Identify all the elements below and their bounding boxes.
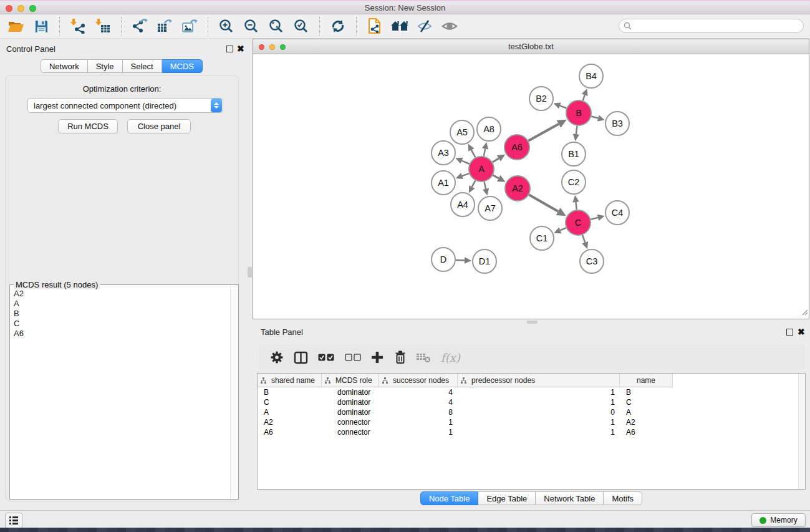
cell-name[interactable]: A6 <box>620 428 673 437</box>
hide-details-button[interactable] <box>412 16 437 37</box>
edge-A-A1[interactable] <box>462 173 469 176</box>
tab-motifs[interactable]: Motifs <box>604 491 642 505</box>
graph-node-A[interactable]: A <box>469 157 494 181</box>
cell-MCDS-role[interactable]: connector <box>322 428 379 437</box>
close-panel-icon[interactable]: ✖ <box>237 44 244 53</box>
graph-node-A1[interactable]: A1 <box>432 171 455 195</box>
cell-successor-nodes[interactable]: 4 <box>379 398 458 407</box>
run-mcds-button[interactable]: Run MCDS <box>58 119 118 133</box>
column-header-predecessor-nodes[interactable]: predecessor nodes <box>458 374 620 387</box>
table-scrollbar[interactable] <box>798 374 805 489</box>
delete-table-button[interactable] <box>416 352 431 363</box>
export-image-button[interactable] <box>177 16 202 37</box>
cell-successor-nodes[interactable]: 1 <box>379 428 458 437</box>
edge-A2-C[interactable] <box>529 195 558 211</box>
save-session-button[interactable] <box>29 16 54 37</box>
cell-name[interactable]: A <box>620 408 673 417</box>
graph-node-D1[interactable]: D1 <box>473 249 496 273</box>
result-scrollbar[interactable] <box>230 286 238 498</box>
search-input[interactable] <box>634 22 803 31</box>
result-item[interactable]: A <box>14 299 229 309</box>
select-all-button[interactable] <box>318 354 334 361</box>
import-network-button[interactable] <box>65 16 90 37</box>
table-close-panel-icon[interactable]: ✖ <box>798 327 805 336</box>
edge-A-A7[interactable] <box>485 181 486 188</box>
cell-predecessor-nodes[interactable]: 1 <box>458 418 620 427</box>
cell-MCDS-role[interactable]: dominator <box>322 388 379 397</box>
graph-node-B3[interactable]: B3 <box>605 112 629 135</box>
edge-C-C1[interactable] <box>560 228 566 230</box>
tab-network-table[interactable]: Network Table <box>536 491 604 505</box>
optimization-criterion-dropdown[interactable]: largest connected component (directed) <box>27 98 223 113</box>
table-float-panel-icon[interactable] <box>786 329 793 336</box>
edge-A6-B[interactable] <box>528 124 559 141</box>
table-row[interactable]: Cdominator41C <box>258 397 805 407</box>
graph-node-C1[interactable]: C1 <box>530 226 554 250</box>
table-row[interactable]: A2connector11A2 <box>258 417 805 427</box>
search-field[interactable] <box>619 19 804 33</box>
cell-predecessor-nodes[interactable]: 1 <box>458 428 620 437</box>
graph-node-C2[interactable]: C2 <box>562 170 586 194</box>
graph-node-B2[interactable]: B2 <box>529 87 553 110</box>
edge-B-B4[interactable] <box>583 95 585 100</box>
cell-MCDS-role[interactable]: connector <box>322 418 379 427</box>
graph-node-A4[interactable]: A4 <box>451 193 475 216</box>
delete-column-button[interactable] <box>394 351 407 364</box>
table-row[interactable]: Bdominator41B <box>258 387 805 397</box>
edge-C-C3[interactable] <box>582 235 585 243</box>
deselect-all-button[interactable] <box>345 354 361 361</box>
function-builder-button[interactable]: f(x) <box>441 351 460 364</box>
edge-A-A4[interactable] <box>472 181 475 187</box>
vertical-splitter-handle[interactable] <box>248 267 252 278</box>
graph-node-D[interactable]: D <box>432 248 455 271</box>
graph-node-C3[interactable]: C3 <box>580 249 604 273</box>
tab-select[interactable]: Select <box>123 59 162 73</box>
cell-successor-nodes[interactable]: 1 <box>379 418 458 427</box>
open-session-button[interactable] <box>4 16 29 37</box>
cell-name[interactable]: A2 <box>620 418 673 427</box>
export-network-button[interactable] <box>127 16 152 37</box>
tab-network[interactable]: Network <box>41 59 88 73</box>
graph-node-C[interactable]: C <box>566 210 591 235</box>
add-column-button[interactable] <box>371 351 383 364</box>
result-item[interactable]: C <box>14 319 229 329</box>
result-item[interactable]: B <box>14 309 229 319</box>
cell-name[interactable]: C <box>620 398 673 407</box>
column-header-successor-nodes[interactable]: successor nodes <box>379 374 458 387</box>
export-table-button[interactable] <box>152 16 177 37</box>
table-row[interactable]: A6connector11A6 <box>258 427 805 437</box>
column-header-MCDS-role[interactable]: MCDS role <box>322 374 379 387</box>
edge-C-C4[interactable] <box>591 218 598 220</box>
mcds-result-list[interactable]: A2ABCA6 <box>11 289 229 498</box>
graph-node-A5[interactable]: A5 <box>450 120 474 144</box>
close-panel-button[interactable]: Close panel <box>127 119 191 133</box>
network-from-document-button[interactable] <box>362 16 387 37</box>
network-window-titlebar[interactable]: testGlobe.txt <box>253 39 809 54</box>
cell-shared-name[interactable]: C <box>258 398 322 407</box>
graph-node-A8[interactable]: A8 <box>477 117 501 141</box>
edge-B-B3[interactable] <box>591 117 598 118</box>
edge-B-B1[interactable] <box>576 126 577 134</box>
horizontal-splitter-handle[interactable] <box>527 321 538 324</box>
tab-node-table[interactable]: Node Table <box>420 491 479 505</box>
edge-C-C2[interactable] <box>576 202 576 210</box>
tab-edge-table[interactable]: Edge Table <box>478 491 536 505</box>
network-canvas[interactable]: B4B2BB3A8A5A6A3B1AC2A1A2A4A7C4CC1DD1C3 <box>253 54 809 319</box>
cell-predecessor-nodes[interactable]: 0 <box>458 408 620 417</box>
cell-MCDS-role[interactable]: dominator <box>322 408 379 417</box>
cell-successor-nodes[interactable]: 4 <box>379 388 458 397</box>
zoom-selected-button[interactable] <box>289 16 314 37</box>
edge-A-A3[interactable] <box>461 161 469 164</box>
split-columns-button[interactable] <box>294 351 308 364</box>
column-header-name[interactable]: name <box>620 374 673 387</box>
zoom-out-button[interactable] <box>239 16 264 37</box>
cell-successor-nodes[interactable]: 8 <box>379 408 458 417</box>
task-history-button[interactable] <box>5 513 22 528</box>
float-panel-icon[interactable] <box>226 46 233 52</box>
table-row[interactable]: Adominator80A <box>258 407 805 417</box>
cell-shared-name[interactable]: B <box>258 388 322 397</box>
graph-node-C4[interactable]: C4 <box>605 201 629 225</box>
edge-D-D1[interactable] <box>456 260 465 261</box>
edge-A-A6[interactable] <box>493 158 499 162</box>
resize-grip-icon[interactable] <box>801 307 808 318</box>
